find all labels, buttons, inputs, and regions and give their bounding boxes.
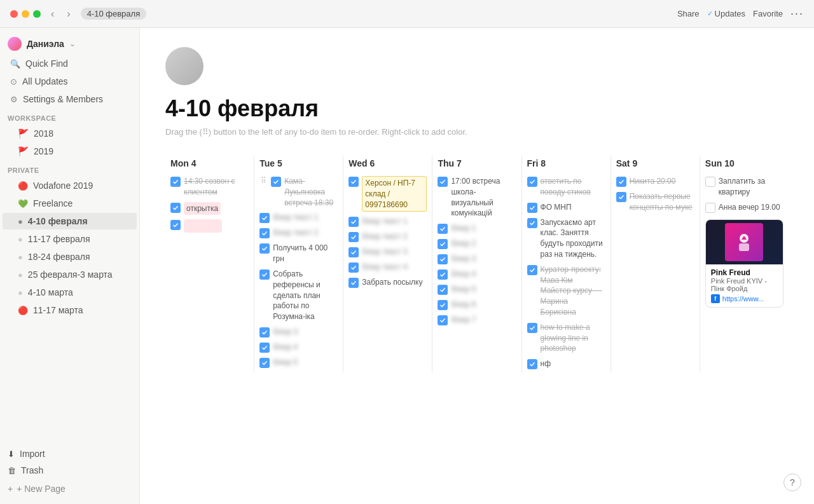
sidebar-item-quickfind[interactable]: 🔍 Quick Find <box>3 55 137 72</box>
minimize-button[interactable] <box>22 10 29 18</box>
svg-rect-1 <box>739 243 749 251</box>
circle-icon: ● <box>18 288 23 297</box>
task-checkbox[interactable] <box>348 177 359 187</box>
fullscreen-button[interactable] <box>33 10 41 18</box>
task-checkbox[interactable] <box>527 359 537 369</box>
drag-handle[interactable]: ⠿ <box>259 176 268 185</box>
workspace-section-label: WORKSPACE <box>0 108 139 125</box>
task-item: Херсон / НП-7 склад / 0997186690 <box>348 175 427 213</box>
task-item: ФО МНП <box>527 201 605 214</box>
task-checkbox[interactable] <box>438 285 448 295</box>
task-checkbox[interactable] <box>170 203 181 213</box>
task-checkbox[interactable] <box>170 220 181 230</box>
sidebar-item-25feb-3mar[interactable]: ● 25 февраля-3 марта <box>3 266 137 283</box>
task-label: Собрать референсы и сделать план работы … <box>273 269 338 322</box>
task-label: блюр текст 1 <box>273 212 318 223</box>
task-checkbox[interactable] <box>616 192 626 202</box>
task-label: Анна вечер 19.00 <box>719 202 780 213</box>
help-button[interactable]: ? <box>783 473 801 491</box>
col-thu7: Thu 7 17:00 встреча школа-визуальный ком… <box>432 156 521 372</box>
task-checkbox[interactable] <box>527 177 537 187</box>
sidebar-item-allupdates[interactable]: ⊙ All Updates <box>3 73 137 90</box>
breadcrumb[interactable]: 4-10 февраля <box>81 8 147 20</box>
close-button[interactable] <box>10 10 18 18</box>
circle-icon: ● <box>18 217 23 226</box>
private-section-label: PRIVATE <box>0 160 139 177</box>
task-checkbox[interactable] <box>438 254 448 264</box>
task-checkbox[interactable] <box>348 232 359 242</box>
sidebar-item-11-17-feb[interactable]: ● 11-17 февраля <box>3 231 137 247</box>
task-checkbox[interactable] <box>259 269 270 280</box>
card-link[interactable]: f https://www... <box>711 294 778 303</box>
task-checkbox[interactable] <box>271 177 281 187</box>
task-checkbox[interactable] <box>527 203 537 213</box>
sidebar-item-import[interactable]: ⬇ Import <box>0 446 139 462</box>
task-label: ответить по поводу стихов <box>541 176 605 198</box>
task-checkbox[interactable] <box>348 278 359 288</box>
task-checkbox[interactable] <box>438 300 448 310</box>
task-checkbox[interactable] <box>259 228 270 238</box>
sidebar-item-2019[interactable]: 🚩 2019 <box>3 143 137 160</box>
page-avatar[interactable] <box>165 47 204 85</box>
sidebar: Даниэла ⌄ 🔍 Quick Find ⊙ All Updates ⚙ S… <box>0 28 140 504</box>
page-title: 4-10 февраля <box>165 95 789 122</box>
sidebar-item-2018[interactable]: 🚩 2018 <box>3 125 137 142</box>
task-checkbox[interactable] <box>259 243 270 254</box>
task-item: блюр 7 <box>438 313 516 327</box>
task-label: блюр 2 <box>451 238 476 249</box>
task-item: блюр 2 <box>438 237 516 250</box>
avatar <box>8 37 22 51</box>
task-checkbox[interactable] <box>348 262 359 273</box>
pink-freud-card[interactable]: Pink Freud Pink Freud KYIV - Пінк Фройд … <box>705 219 783 308</box>
col-tue5: Tue 5 ⠿ Кама-Лукьяновка встреча 18:30 бл… <box>254 156 343 372</box>
favorite-button[interactable]: Favorite <box>753 9 783 18</box>
back-button[interactable]: ‹ <box>48 7 57 21</box>
task-checkbox[interactable] <box>348 247 359 257</box>
user-caret-icon: ⌄ <box>69 40 75 48</box>
updates-button[interactable]: ✓ Updates <box>707 9 745 18</box>
task-checkbox[interactable] <box>259 327 270 337</box>
new-page-button[interactable]: + + New Page <box>0 479 139 499</box>
task-label: блюр 4 <box>451 269 476 280</box>
col-header-fri8: Fri 8 <box>527 156 605 175</box>
task-checkbox[interactable] <box>527 265 537 275</box>
more-button[interactable]: ··· <box>790 7 804 20</box>
sidebar-item-18-24-feb[interactable]: ● 18-24 февраля <box>3 249 137 265</box>
task-checkbox[interactable] <box>438 224 448 234</box>
facebook-icon: f <box>711 294 720 303</box>
user-menu[interactable]: Даниэла ⌄ <box>0 33 139 55</box>
sidebar-item-4-10-feb[interactable]: ● 4-10 февраля <box>3 213 137 229</box>
task-item: блюр текст 3 <box>348 245 427 259</box>
task-checkbox[interactable] <box>705 177 715 187</box>
task-label: блюр 1 <box>451 223 476 234</box>
task-checkbox[interactable] <box>259 343 270 353</box>
task-checkbox[interactable] <box>259 213 270 223</box>
task-checkbox[interactable] <box>348 217 359 227</box>
task-checkbox[interactable] <box>170 177 181 187</box>
task-label: блюр текст 3 <box>362 247 407 257</box>
task-checkbox[interactable] <box>438 315 448 325</box>
sidebar-item-vodafone[interactable]: 🔴 Vodafone 2019 <box>3 177 137 194</box>
dot-icon: 🔴 <box>18 181 28 191</box>
task-item: блюр текст 2 <box>348 230 427 243</box>
card-thumbnail <box>725 223 763 261</box>
task-checkbox[interactable] <box>527 323 537 333</box>
sidebar-item-freelance[interactable]: 💚 Freelance <box>3 195 137 212</box>
task-checkbox[interactable] <box>527 218 537 228</box>
task-checkbox[interactable] <box>438 239 448 249</box>
card-image <box>706 220 783 264</box>
task-checkbox[interactable] <box>438 269 448 280</box>
task-checkbox[interactable] <box>616 177 626 187</box>
task-label: Показать первые концепты по муке <box>630 191 694 213</box>
task-checkbox[interactable] <box>259 358 270 368</box>
share-button[interactable]: Share <box>677 9 700 18</box>
sidebar-item-trash[interactable]: 🗑 Trash <box>0 462 139 479</box>
task-checkbox[interactable] <box>705 203 715 213</box>
sidebar-item-11-17-mar[interactable]: 🔴 11-17 марта <box>3 302 137 318</box>
sidebar-item-4-10-mar[interactable]: ● 4-10 марта <box>3 284 137 301</box>
calendar-grid: Mon 4 14:30 созвон с клиентом открытка T… <box>140 156 814 398</box>
task-label <box>184 219 222 233</box>
sidebar-item-settings[interactable]: ⚙ Settings & Members <box>3 91 137 107</box>
task-checkbox[interactable] <box>438 177 448 187</box>
forward-button[interactable]: › <box>64 7 72 21</box>
